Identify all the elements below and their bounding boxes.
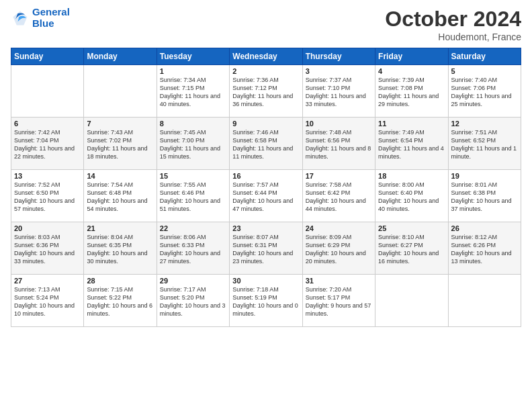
- calendar-cell: 28Sunrise: 7:15 AM Sunset: 5:22 PM Dayli…: [84, 275, 157, 327]
- day-number: 4: [378, 67, 445, 75]
- calendar-cell: 20Sunrise: 8:03 AM Sunset: 6:36 PM Dayli…: [11, 222, 84, 275]
- day-number: 10: [306, 120, 372, 128]
- day-number: 23: [232, 224, 299, 232]
- location: Houdemont, France: [385, 32, 521, 42]
- day-number: 17: [306, 172, 372, 180]
- day-info: Sunrise: 7:36 AM Sunset: 7:12 PM Dayligh…: [232, 76, 299, 109]
- day-number: 28: [87, 277, 153, 285]
- day-info: Sunrise: 7:49 AM Sunset: 6:54 PM Dayligh…: [378, 128, 445, 161]
- page: General Blue October 2024 Houdemont, Fra…: [0, 0, 532, 411]
- day-info: Sunrise: 7:45 AM Sunset: 7:00 PM Dayligh…: [160, 128, 226, 161]
- day-number: 15: [160, 172, 226, 180]
- calendar-cell: [11, 65, 84, 118]
- weekday-header-row: SundayMondayTuesdayWednesdayThursdayFrid…: [11, 48, 521, 65]
- day-info: Sunrise: 8:12 AM Sunset: 6:26 PM Dayligh…: [451, 233, 518, 266]
- calendar-cell: 17Sunrise: 7:58 AM Sunset: 6:42 PM Dayli…: [302, 170, 375, 222]
- calendar-cell: 4Sunrise: 7:39 AM Sunset: 7:08 PM Daylig…: [375, 65, 448, 118]
- day-number: 29: [160, 277, 226, 285]
- calendar-cell: 27Sunrise: 7:13 AM Sunset: 5:24 PM Dayli…: [11, 275, 84, 327]
- weekday-header-friday: Friday: [375, 48, 448, 65]
- month-title: October 2024: [385, 7, 521, 32]
- day-info: Sunrise: 7:48 AM Sunset: 6:56 PM Dayligh…: [306, 128, 372, 161]
- day-number: 9: [232, 120, 299, 128]
- calendar-cell: 16Sunrise: 7:57 AM Sunset: 6:44 PM Dayli…: [230, 170, 302, 222]
- day-info: Sunrise: 8:01 AM Sunset: 6:38 PM Dayligh…: [451, 181, 518, 214]
- calendar-cell: 1Sunrise: 7:34 AM Sunset: 7:15 PM Daylig…: [157, 65, 229, 118]
- calendar-cell: 6Sunrise: 7:42 AM Sunset: 7:04 PM Daylig…: [11, 118, 84, 170]
- logo-icon: [11, 9, 30, 28]
- day-info: Sunrise: 8:09 AM Sunset: 6:29 PM Dayligh…: [306, 233, 372, 266]
- calendar-cell: 31Sunrise: 7:20 AM Sunset: 5:17 PM Dayli…: [302, 275, 375, 327]
- day-info: Sunrise: 7:46 AM Sunset: 6:58 PM Dayligh…: [232, 128, 299, 161]
- calendar-cell: 25Sunrise: 8:10 AM Sunset: 6:27 PM Dayli…: [375, 222, 448, 275]
- day-info: Sunrise: 8:07 AM Sunset: 6:31 PM Dayligh…: [232, 233, 299, 266]
- day-info: Sunrise: 7:55 AM Sunset: 6:46 PM Dayligh…: [160, 181, 226, 214]
- weekday-header-monday: Monday: [84, 48, 157, 65]
- weekday-header-sunday: Sunday: [11, 48, 84, 65]
- day-info: Sunrise: 8:00 AM Sunset: 6:40 PM Dayligh…: [378, 181, 445, 214]
- calendar-week-2: 6Sunrise: 7:42 AM Sunset: 7:04 PM Daylig…: [11, 118, 521, 170]
- day-number: 12: [451, 120, 518, 128]
- calendar-cell: 7Sunrise: 7:43 AM Sunset: 7:02 PM Daylig…: [84, 118, 157, 170]
- day-number: 19: [451, 172, 518, 180]
- calendar-cell: 30Sunrise: 7:18 AM Sunset: 5:19 PM Dayli…: [230, 275, 302, 327]
- day-number: 2: [232, 67, 299, 75]
- weekday-header-thursday: Thursday: [302, 48, 375, 65]
- calendar-cell: 3Sunrise: 7:37 AM Sunset: 7:10 PM Daylig…: [302, 65, 375, 118]
- day-number: 1: [160, 67, 226, 75]
- calendar-cell: [84, 65, 157, 118]
- day-info: Sunrise: 7:54 AM Sunset: 6:48 PM Dayligh…: [87, 181, 153, 214]
- calendar-cell: 15Sunrise: 7:55 AM Sunset: 6:46 PM Dayli…: [157, 170, 229, 222]
- calendar-week-4: 20Sunrise: 8:03 AM Sunset: 6:36 PM Dayli…: [11, 222, 521, 275]
- calendar-cell: 22Sunrise: 8:06 AM Sunset: 6:33 PM Dayli…: [157, 222, 229, 275]
- calendar-cell: 9Sunrise: 7:46 AM Sunset: 6:58 PM Daylig…: [230, 118, 302, 170]
- day-info: Sunrise: 8:04 AM Sunset: 6:35 PM Dayligh…: [87, 233, 153, 266]
- day-number: 21: [87, 224, 153, 232]
- day-number: 7: [87, 120, 153, 128]
- day-info: Sunrise: 7:43 AM Sunset: 7:02 PM Dayligh…: [87, 128, 153, 161]
- calendar-week-5: 27Sunrise: 7:13 AM Sunset: 5:24 PM Dayli…: [11, 275, 521, 327]
- day-number: 26: [451, 224, 518, 232]
- day-number: 16: [232, 172, 299, 180]
- day-number: 27: [14, 277, 81, 285]
- calendar-cell: 14Sunrise: 7:54 AM Sunset: 6:48 PM Dayli…: [84, 170, 157, 222]
- day-info: Sunrise: 7:13 AM Sunset: 5:24 PM Dayligh…: [14, 285, 81, 318]
- day-info: Sunrise: 7:34 AM Sunset: 7:15 PM Dayligh…: [160, 76, 226, 109]
- day-info: Sunrise: 7:37 AM Sunset: 7:10 PM Dayligh…: [306, 76, 372, 109]
- day-number: 25: [378, 224, 445, 232]
- calendar-cell: 24Sunrise: 8:09 AM Sunset: 6:29 PM Dayli…: [302, 222, 375, 275]
- day-number: 3: [306, 67, 372, 75]
- day-number: 11: [378, 120, 445, 128]
- calendar-cell: 21Sunrise: 8:04 AM Sunset: 6:35 PM Dayli…: [84, 222, 157, 275]
- day-info: Sunrise: 7:51 AM Sunset: 6:52 PM Dayligh…: [451, 128, 518, 161]
- day-info: Sunrise: 7:40 AM Sunset: 7:06 PM Dayligh…: [451, 76, 518, 109]
- calendar-cell: 18Sunrise: 8:00 AM Sunset: 6:40 PM Dayli…: [375, 170, 448, 222]
- calendar-week-1: 1Sunrise: 7:34 AM Sunset: 7:15 PM Daylig…: [11, 65, 521, 118]
- calendar-week-3: 13Sunrise: 7:52 AM Sunset: 6:50 PM Dayli…: [11, 170, 521, 222]
- calendar-cell: 5Sunrise: 7:40 AM Sunset: 7:06 PM Daylig…: [448, 65, 521, 118]
- calendar-cell: 29Sunrise: 7:17 AM Sunset: 5:20 PM Dayli…: [157, 275, 229, 327]
- day-info: Sunrise: 7:39 AM Sunset: 7:08 PM Dayligh…: [378, 76, 445, 109]
- title-block: October 2024 Houdemont, France: [385, 7, 521, 42]
- day-info: Sunrise: 7:57 AM Sunset: 6:44 PM Dayligh…: [232, 181, 299, 214]
- day-info: Sunrise: 8:03 AM Sunset: 6:36 PM Dayligh…: [14, 233, 81, 266]
- day-info: Sunrise: 7:52 AM Sunset: 6:50 PM Dayligh…: [14, 181, 81, 214]
- weekday-header-saturday: Saturday: [448, 48, 521, 65]
- header: General Blue October 2024 Houdemont, Fra…: [11, 7, 521, 42]
- logo-text: General Blue: [32, 7, 70, 29]
- day-info: Sunrise: 7:15 AM Sunset: 5:22 PM Dayligh…: [87, 285, 153, 318]
- calendar-cell: 10Sunrise: 7:48 AM Sunset: 6:56 PM Dayli…: [302, 118, 375, 170]
- day-number: 24: [306, 224, 372, 232]
- calendar-cell: 12Sunrise: 7:51 AM Sunset: 6:52 PM Dayli…: [448, 118, 521, 170]
- calendar-cell: 2Sunrise: 7:36 AM Sunset: 7:12 PM Daylig…: [230, 65, 302, 118]
- day-info: Sunrise: 7:20 AM Sunset: 5:17 PM Dayligh…: [306, 285, 372, 318]
- calendar-cell: [448, 275, 521, 327]
- calendar-cell: 11Sunrise: 7:49 AM Sunset: 6:54 PM Dayli…: [375, 118, 448, 170]
- weekday-header-tuesday: Tuesday: [157, 48, 229, 65]
- day-info: Sunrise: 8:10 AM Sunset: 6:27 PM Dayligh…: [378, 233, 445, 266]
- day-number: 18: [378, 172, 445, 180]
- calendar-cell: 13Sunrise: 7:52 AM Sunset: 6:50 PM Dayli…: [11, 170, 84, 222]
- day-number: 13: [14, 172, 81, 180]
- weekday-header-wednesday: Wednesday: [230, 48, 302, 65]
- day-number: 14: [87, 172, 153, 180]
